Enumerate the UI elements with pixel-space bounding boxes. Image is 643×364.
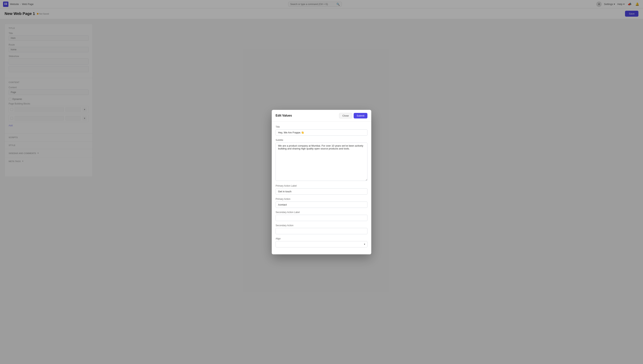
modal-subtitle-field: Subtitle We are a product company at Mum… — [276, 139, 368, 182]
modal-header-actions: Close Submit — [339, 113, 368, 118]
modal-secondary-action-field: Secondary Action — [276, 224, 368, 234]
modal-align-label: Align — [276, 237, 368, 240]
modal-primary-action-label-input[interactable] — [276, 188, 368, 195]
modal-title: Edit Values — [276, 114, 292, 117]
modal-secondary-action-label-input[interactable] — [276, 215, 368, 221]
modal-subtitle-input[interactable]: We are a product company at Mumbai. For … — [276, 142, 368, 181]
modal-secondary-action-input[interactable] — [276, 228, 368, 234]
submit-button[interactable]: Submit — [354, 113, 368, 118]
modal-align-select[interactable]: Left Center Right — [276, 241, 368, 248]
modal-align-field: Align Left Center Right ▾ — [276, 237, 368, 248]
modal-overlay[interactable]: Edit Values Close Submit Title Subtitle … — [0, 0, 643, 364]
modal-secondary-action-label-field: Secondary Action Label — [276, 211, 368, 221]
modal-header: Edit Values Close Submit — [272, 110, 371, 122]
modal-body: Title Subtitle We are a product company … — [272, 122, 371, 254]
modal-subtitle-label: Subtitle — [276, 139, 368, 142]
modal-title-label: Title — [276, 126, 368, 128]
modal-primary-action-label: Primary Action — [276, 198, 368, 200]
modal-primary-action-field: Primary Action — [276, 198, 368, 208]
modal-secondary-action-label-label: Secondary Action Label — [276, 211, 368, 214]
modal-title-input[interactable] — [276, 129, 368, 136]
close-button[interactable]: Close — [339, 113, 352, 118]
edit-values-modal: Edit Values Close Submit Title Subtitle … — [272, 110, 371, 254]
modal-primary-action-input[interactable] — [276, 202, 368, 208]
modal-primary-action-label-field: Primary Action Label — [276, 184, 368, 195]
modal-primary-action-label-label: Primary Action Label — [276, 184, 368, 187]
modal-title-field: Title — [276, 126, 368, 136]
modal-secondary-action-label: Secondary Action — [276, 224, 368, 227]
modal-align-select-wrapper: Left Center Right ▾ — [276, 241, 368, 248]
